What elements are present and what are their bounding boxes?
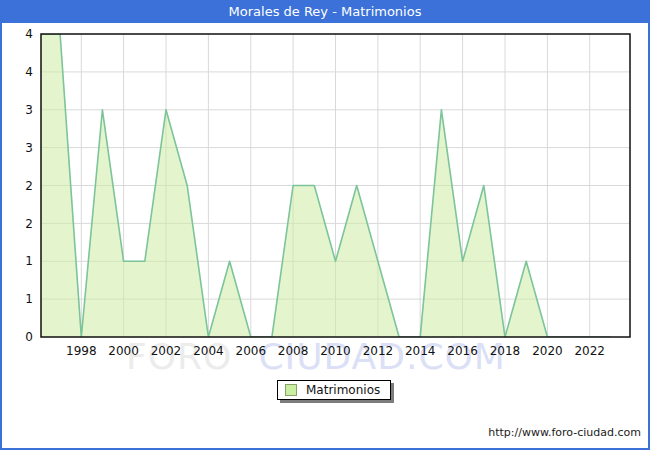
x-axis-labels: 1998200020022004200620082010201220142016… xyxy=(66,344,605,358)
chart-window: Morales de Rey - Matrimonios FOROCIUDAD.… xyxy=(0,0,650,450)
svg-text:1: 1 xyxy=(25,254,33,268)
legend-swatch-icon xyxy=(285,384,297,396)
svg-text:2010: 2010 xyxy=(320,344,351,358)
svg-text:4: 4 xyxy=(25,65,33,79)
svg-text:0: 0 xyxy=(25,330,33,344)
svg-text:3: 3 xyxy=(25,141,33,155)
svg-text:2: 2 xyxy=(25,179,33,193)
svg-text:3: 3 xyxy=(25,103,33,117)
svg-text:4: 4 xyxy=(25,27,33,41)
svg-text:2018: 2018 xyxy=(490,344,521,358)
footer-url: http://www.foro-ciudad.com xyxy=(488,426,641,439)
svg-text:1: 1 xyxy=(25,292,33,306)
legend-label: Matrimonios xyxy=(306,383,380,397)
svg-text:2012: 2012 xyxy=(363,344,394,358)
svg-text:2002: 2002 xyxy=(151,344,182,358)
svg-text:2022: 2022 xyxy=(574,344,605,358)
chart-title: Morales de Rey - Matrimonios xyxy=(0,0,650,23)
svg-text:2000: 2000 xyxy=(108,344,139,358)
svg-text:2: 2 xyxy=(25,217,33,231)
svg-text:2014: 2014 xyxy=(405,344,436,358)
legend: Matrimonios xyxy=(277,380,391,400)
svg-text:2006: 2006 xyxy=(236,344,267,358)
y-axis-labels: 443322110 xyxy=(25,27,33,344)
svg-text:2020: 2020 xyxy=(532,344,563,358)
svg-text:1998: 1998 xyxy=(66,344,97,358)
svg-text:2016: 2016 xyxy=(447,344,478,358)
svg-text:2008: 2008 xyxy=(278,344,309,358)
svg-text:2004: 2004 xyxy=(193,344,224,358)
